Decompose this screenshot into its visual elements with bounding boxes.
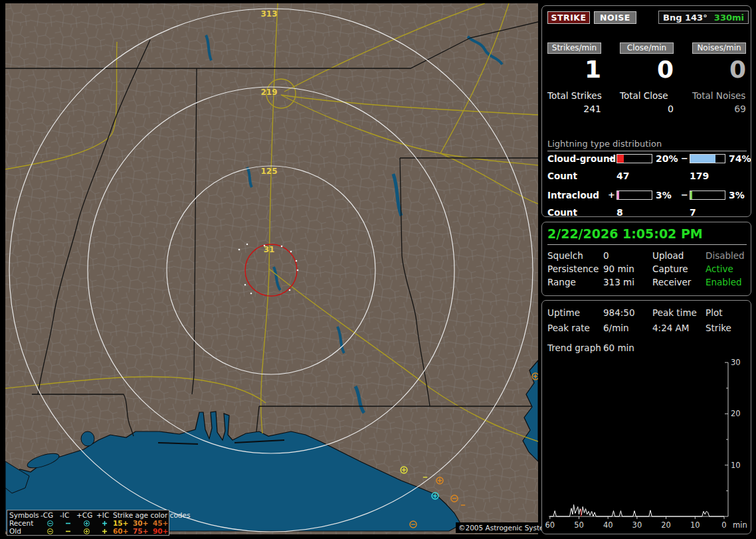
age-60: 60+ <box>113 527 133 535</box>
minus-sign: − <box>681 190 688 200</box>
lightning-map[interactable]: 31321912531 Symbols -CG -IC +CG +IC Stri… <box>5 3 538 534</box>
total-noises-label: Total Noises <box>692 90 745 101</box>
cg-plus-bar <box>616 154 652 163</box>
upload-status: Disabled <box>706 250 745 261</box>
ic-plus-bar <box>616 191 652 200</box>
trend-graph-window: 60 min <box>603 343 634 353</box>
circle-plus-icon <box>76 520 96 527</box>
range-label: Range <box>547 277 576 287</box>
plus-sign: + <box>608 190 615 200</box>
circle-minus-icon <box>41 528 60 535</box>
strikes-rate-value: 1 <box>547 56 601 83</box>
cg-plus-count: 47 <box>616 171 629 181</box>
age-90: 90+ <box>153 527 171 535</box>
plot-label: Plot <box>706 307 722 318</box>
svg-text:60: 60 <box>545 520 555 530</box>
svg-text:50: 50 <box>574 520 584 530</box>
ic-plus-percent: 3% <box>656 190 672 200</box>
ic-plus-count: 8 <box>616 207 623 218</box>
map-legend: Symbols -CG -IC +CG +IC Strike age color… <box>7 510 169 536</box>
total-strikes-value: 241 <box>547 104 601 114</box>
cg-minus-percent: 74% <box>729 153 751 164</box>
intracloud-row: Intracloud + 3% − 3% <box>542 190 752 200</box>
age-75: 75+ <box>133 527 153 535</box>
svg-text:125: 125 <box>260 167 277 176</box>
trend-graph-label: Trend graph <box>547 343 601 353</box>
svg-text:10: 10 <box>690 520 700 530</box>
legend-row-old: Old <box>9 527 41 535</box>
distribution-title: Lightning type distribution <box>547 139 747 151</box>
minus-icon <box>60 528 76 535</box>
close-per-min-button[interactable]: Close/min <box>620 42 674 54</box>
svg-text:30: 30 <box>731 358 741 367</box>
svg-text:313: 313 <box>260 9 277 19</box>
upload-label: Upload <box>652 250 684 261</box>
bearing-distance: 330mi <box>714 13 744 23</box>
peak-time-value: 4:24 AM <box>652 323 690 333</box>
age-30: 30+ <box>133 519 153 527</box>
legend-col-pcg: +CG <box>76 511 96 519</box>
legend-symbols-header: Symbols <box>9 511 41 519</box>
plot-mode-value: Strike <box>706 323 731 333</box>
count-label: Count <box>547 171 577 181</box>
uptime-value: 984:50 <box>603 307 635 318</box>
minus-sign: − <box>681 153 688 163</box>
map-canvas: 31321912531 <box>5 3 538 534</box>
receiver-status-panel: 2/22/2026 1:05:02 PM Squelch 0 Upload Di… <box>541 222 751 296</box>
trend-panel: Uptime 984:50 Peak time Plot Peak rate 6… <box>541 300 751 534</box>
cg-plus-percent: 20% <box>656 153 678 164</box>
ic-minus-count: 7 <box>690 207 696 218</box>
svg-text:31: 31 <box>264 245 275 254</box>
close-rate-value: 0 <box>620 56 674 83</box>
squelch-value: 0 <box>603 250 609 261</box>
strikes-per-min-button[interactable]: Strikes/min <box>547 42 601 54</box>
minus-icon <box>60 520 76 527</box>
bearing-value: Bng 143° <box>663 13 708 23</box>
intracloud-count-row: Count 8 7 <box>542 207 752 218</box>
persistence-value: 90 min <box>603 264 634 274</box>
trend-graph: 6050403020100min102030 <box>545 356 749 530</box>
persistence-label: Persistence <box>547 264 599 274</box>
capture-label: Capture <box>652 264 688 274</box>
plus-icon <box>96 528 113 535</box>
total-close-label: Total Close <box>620 90 668 101</box>
total-strikes-label: Total Strikes <box>547 90 602 101</box>
capture-status: Active <box>706 264 733 274</box>
legend-age-header: Strike age color codes <box>113 511 171 519</box>
legend-row-recent: Recent <box>9 519 41 527</box>
receiver-status: Enabled <box>706 277 742 287</box>
svg-text:0: 0 <box>721 520 726 530</box>
intracloud-label: Intracloud <box>547 190 599 200</box>
peak-time-label: Peak time <box>652 307 697 318</box>
circle-minus-icon <box>41 520 60 527</box>
noises-rate-value: 0 <box>692 56 746 83</box>
count-label: Count <box>547 207 577 218</box>
svg-text:min: min <box>733 520 747 530</box>
lake <box>81 431 94 446</box>
total-noises-value: 69 <box>692 104 746 114</box>
svg-text:40: 40 <box>603 520 613 530</box>
cloud-ground-label: Cloud-ground <box>547 153 616 164</box>
peak-rate-value: 6/min <box>603 323 629 333</box>
age-15: 15+ <box>113 519 133 527</box>
ic-minus-bar <box>690 191 725 200</box>
range-value: 313 mi <box>603 277 634 287</box>
plus-sign: + <box>608 153 615 163</box>
squelch-label: Squelch <box>547 250 583 261</box>
noise-mode-button[interactable]: NOISE <box>594 11 636 24</box>
cg-minus-count: 179 <box>690 171 709 181</box>
strike-stats-panel: STRIKE NOISE Bng 143° 330mi Strikes/min … <box>541 5 751 217</box>
strike-mode-button[interactable]: STRIKE <box>547 11 590 24</box>
uptime-label: Uptime <box>547 307 580 318</box>
ic-minus-percent: 3% <box>729 190 745 200</box>
circle-plus-icon <box>76 528 96 535</box>
cloud-ground-count-row: Count 47 179 <box>542 171 752 181</box>
legend-col-pic: +IC <box>96 511 113 519</box>
age-45: 45+ <box>153 519 171 527</box>
plus-icon <box>96 520 113 527</box>
svg-text:20: 20 <box>731 409 741 418</box>
noises-per-min-button[interactable]: Noises/min <box>692 42 746 54</box>
peak-rate-label: Peak rate <box>547 323 590 333</box>
datetime-display: 2/22/2026 1:05:02 PM <box>547 226 747 245</box>
svg-text:20: 20 <box>661 520 671 530</box>
